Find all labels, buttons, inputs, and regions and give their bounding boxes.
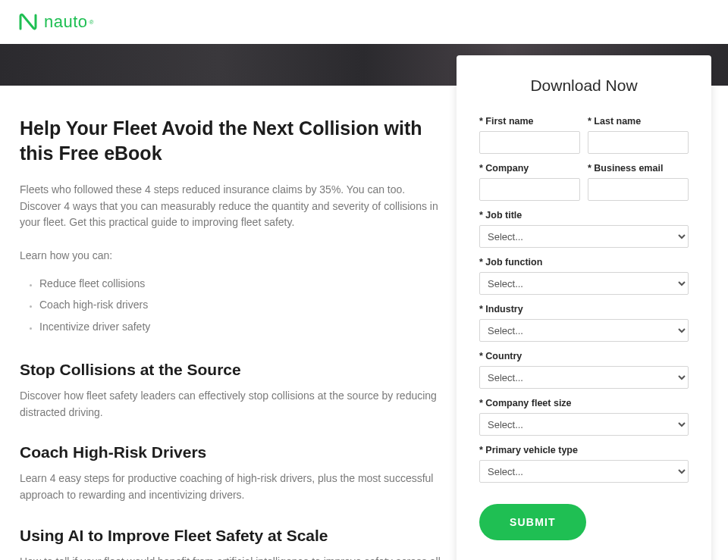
section-stop-collisions: Stop Collisions at the Source Discover h… [20, 361, 444, 421]
job-title-label: * Job title [479, 210, 689, 221]
country-select[interactable]: Select... [479, 366, 689, 389]
brand-logo[interactable]: nauto ® [18, 12, 93, 32]
vehicle-type-label: * Primary vehicle type [479, 445, 689, 455]
section-ai-fleet-safety: Using AI to Improve Fleet Safety at Scal… [20, 527, 444, 560]
list-item: Coach high-risk drivers [39, 296, 444, 313]
business-email-field[interactable] [588, 178, 689, 201]
section-body: Discover how fleet safety leaders can ef… [20, 388, 444, 421]
job-title-select[interactable]: Select... [479, 225, 689, 248]
section-body: Learn 4 easy steps for productive coachi… [20, 471, 444, 503]
submit-button[interactable]: SUBMIT [479, 504, 586, 540]
vehicle-type-select[interactable]: Select... [479, 460, 689, 483]
section-heading: Coach High-Risk Drivers [20, 443, 444, 461]
first-name-label: * First name [479, 116, 580, 127]
section-coach-drivers: Coach High-Risk Drivers Learn 4 easy ste… [20, 443, 444, 503]
section-heading: Stop Collisions at the Source [20, 361, 444, 379]
top-bar: nauto ® [0, 0, 728, 44]
list-item: Reduce fleet collisions [39, 275, 444, 292]
business-email-label: * Business email [588, 163, 689, 174]
form-title: Download Now [479, 77, 689, 95]
country-label: * Country [479, 351, 689, 361]
logo-mark-icon [18, 12, 38, 32]
company-field[interactable] [479, 178, 580, 201]
registered-icon: ® [89, 19, 94, 26]
industry-label: * Industry [479, 304, 689, 314]
last-name-label: * Last name [588, 116, 689, 127]
download-form-card: Download Now * First name * Last name * … [457, 55, 711, 560]
first-name-field[interactable] [479, 131, 580, 154]
fleet-size-select[interactable]: Select... [479, 413, 689, 436]
fleet-size-label: * Company fleet size [479, 398, 689, 408]
last-name-field[interactable] [588, 131, 689, 154]
job-function-label: * Job function [479, 257, 689, 267]
company-label: * Company [479, 163, 580, 174]
learn-lead-in: Learn how you can: [20, 248, 444, 264]
benefits-list: Reduce fleet collisions Coach high-risk … [20, 275, 444, 335]
intro-paragraph: Fleets who followed these 4 steps reduce… [20, 182, 444, 231]
page-title: Help Your Fleet Avoid the Next Collision… [20, 116, 444, 165]
main-content: Help Your Fleet Avoid the Next Collision… [20, 116, 444, 560]
section-body: How to tell if your fleet would benefit … [20, 554, 444, 560]
list-item: Incentivize driver safety [39, 318, 444, 335]
brand-name: nauto [44, 12, 88, 32]
job-function-select[interactable]: Select... [479, 272, 689, 295]
section-heading: Using AI to Improve Fleet Safety at Scal… [20, 527, 444, 545]
industry-select[interactable]: Select... [479, 319, 689, 342]
